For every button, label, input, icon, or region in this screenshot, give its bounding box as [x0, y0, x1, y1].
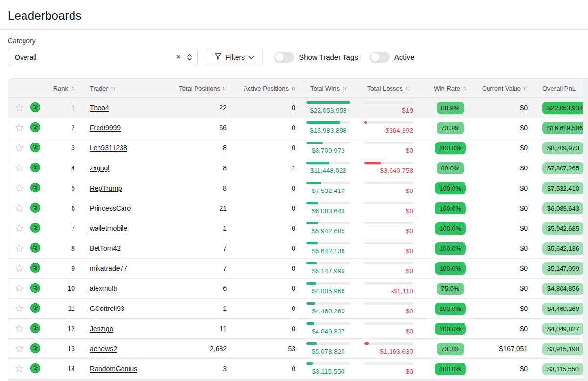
wins-bar-fill	[306, 162, 329, 164]
clear-icon[interactable]: ✕	[172, 53, 185, 61]
losses-amount: $0	[364, 267, 413, 275]
losses-bar-track	[364, 121, 413, 124]
trader-link[interactable]: mikatrade77	[90, 264, 127, 272]
total-wins-cell: $5,942,685	[299, 218, 357, 238]
sort-icon[interactable]: ↑↓	[523, 85, 528, 91]
table-row	[8, 379, 588, 381]
column-header-total_positions[interactable]: Total Positions↑↓	[170, 85, 231, 92]
favorite-star-icon[interactable]	[14, 203, 24, 214]
win-rate-badge: 100.0%	[435, 242, 466, 255]
star-cell	[8, 339, 30, 358]
filters-button[interactable]: Filters	[206, 48, 263, 66]
losses-bar-track	[364, 222, 413, 224]
sort-icon[interactable]: ↑↓	[463, 85, 467, 91]
category-select[interactable]: Overall ✕	[8, 48, 198, 66]
wins-amount: $7,532,410	[306, 187, 350, 194]
column-header-current_value[interactable]: Current Value↑↓	[481, 85, 528, 92]
favorite-star-icon[interactable]	[14, 343, 24, 354]
column-header-trader[interactable]: Trader↑↓	[78, 85, 170, 92]
trader-link[interactable]: BetTom42	[90, 244, 121, 252]
active-positions-cell: 0	[231, 118, 299, 138]
wins-amount: $3,115,550	[306, 368, 350, 375]
overall-pnl-cell: $3,915,190	[528, 339, 588, 358]
wins-bar-fill	[306, 202, 318, 204]
trader-link[interactable]: zxgngl	[90, 164, 109, 172]
total-losses-cell: -$1,110	[357, 279, 420, 298]
win-rate-cell: 80.0%	[420, 158, 481, 178]
favorite-star-icon[interactable]	[14, 303, 24, 314]
total-positions-cell: 8	[170, 138, 231, 158]
favorite-star-icon[interactable]	[14, 363, 24, 374]
trader-link[interactable]: Theo4	[90, 104, 109, 112]
trader-avatar-icon	[30, 283, 41, 295]
total-wins-cell: $6,083,643	[299, 198, 357, 218]
trader-link[interactable]: Fredi9999	[90, 124, 121, 132]
sort-icon[interactable]: ↑↓	[71, 85, 75, 91]
trader-link[interactable]: RandomGenius	[90, 365, 137, 373]
sort-icon[interactable]: ↑↓	[342, 85, 346, 91]
wins-meter: $8,709,973	[306, 142, 350, 154]
total-losses-cell: $0	[357, 359, 420, 379]
trader-link[interactable]: walletmobile	[90, 224, 127, 232]
favorite-star-icon[interactable]	[14, 263, 24, 274]
losses-amount: -$364,392	[364, 127, 413, 134]
favorite-star-icon[interactable]	[14, 323, 24, 334]
wins-bar-track	[306, 202, 350, 204]
losses-meter: $0	[364, 142, 413, 154]
overall-pnl-badge: $5,942,685	[542, 222, 584, 235]
favorite-star-icon[interactable]	[14, 183, 24, 193]
favorite-star-icon[interactable]	[14, 143, 24, 153]
avatar-cell	[30, 359, 49, 379]
current-value-cell: $0	[481, 118, 528, 138]
page-title: Leaderboards	[0, 0, 588, 29]
trader-link[interactable]: RepTrump	[90, 184, 122, 192]
trader-link[interactable]: Jenzigo	[90, 325, 113, 333]
sort-icon[interactable]: ↑↓	[111, 85, 115, 91]
show-trader-tags-toggle[interactable]	[274, 52, 294, 63]
column-header-total_wins[interactable]: Total Wins↑↓	[299, 85, 357, 92]
win-rate-badge: 100.0%	[435, 142, 466, 154]
wins-amount: $5,942,685	[306, 227, 350, 235]
trader-link[interactable]: GCottrell93	[90, 305, 124, 312]
overall-pnl-cell: $3,115,550	[528, 359, 588, 379]
column-header-label: Active Positions	[244, 85, 289, 92]
favorite-star-icon[interactable]	[14, 223, 24, 234]
total-positions-cell: 66	[170, 118, 231, 138]
favorite-star-icon[interactable]	[14, 122, 24, 133]
trader-link[interactable]: aenews2	[90, 345, 117, 353]
wins-bar-track	[306, 182, 350, 184]
vertical-scrollbar[interactable]	[583, 79, 588, 381]
trader-link[interactable]: alexmulti	[90, 285, 117, 292]
sort-icon[interactable]: ↑↓	[405, 85, 410, 91]
column-header-win_rate[interactable]: Win Rate↑↓	[420, 85, 481, 92]
column-header-rank[interactable]: Rank↑↓	[49, 85, 78, 92]
total-losses-cell: -$3,640,758	[357, 158, 420, 178]
star-cell	[8, 118, 30, 138]
column-header-total_losses[interactable]: Total Losses↑↓	[357, 85, 420, 92]
column-header-active_positions[interactable]: Active Positions↑↓	[231, 85, 299, 92]
overall-pnl-badge: $4,049,827	[542, 323, 584, 335]
overall-pnl-cell: $5,642,136	[528, 238, 588, 258]
wins-amount: $4,460,260	[306, 308, 350, 315]
total-positions-cell: 21	[170, 198, 231, 218]
favorite-star-icon[interactable]	[14, 163, 24, 173]
sort-icon[interactable]: ↑↓	[222, 85, 227, 91]
sort-icon[interactable]: ↑↓	[291, 85, 295, 91]
trader-link[interactable]: Len9311238	[90, 144, 127, 152]
wins-meter: $4,460,260	[306, 302, 350, 315]
trader-link[interactable]: PrincessCaro	[90, 204, 131, 212]
losses-amount: -$19	[364, 107, 413, 114]
overall-pnl-badge: $6,083,643	[542, 202, 584, 214]
column-header-overall_pnl[interactable]: Overall PnL	[528, 85, 588, 92]
chevron-up-down-icon[interactable]	[185, 53, 193, 61]
total-positions-cell: 8	[170, 158, 231, 178]
wins-bar-track	[306, 242, 350, 244]
favorite-star-icon[interactable]	[14, 283, 24, 294]
favorite-star-icon[interactable]	[14, 102, 24, 113]
star-cell	[8, 138, 30, 158]
table-row: 9mikatrade7770$5,147,999$0100.0%$0$5,147…	[8, 259, 588, 279]
losses-bar-track	[364, 182, 413, 184]
active-toggle[interactable]	[370, 52, 390, 63]
win-rate-cell: 100.0%	[420, 198, 481, 218]
favorite-star-icon[interactable]	[14, 243, 24, 254]
